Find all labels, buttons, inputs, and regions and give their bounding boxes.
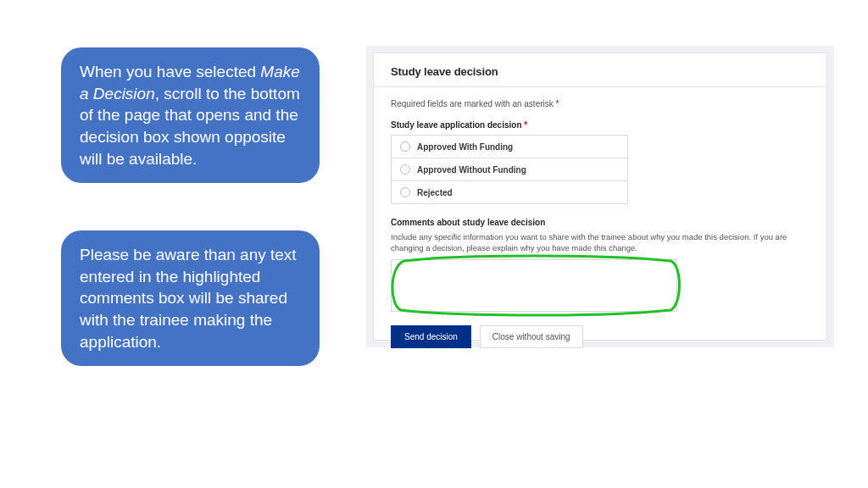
panel-background: Study leave decision Required fields are… (366, 46, 834, 347)
radio-label: Approved With Funding (417, 142, 513, 152)
panel-title: Study leave decision (391, 65, 810, 78)
radio-option-rejected[interactable]: Rejected (391, 181, 628, 204)
comments-textarea[interactable] (391, 259, 677, 312)
send-decision-button[interactable]: Send decision (391, 325, 471, 348)
radio-icon (400, 164, 410, 175)
study-leave-panel: Study leave decision Required fields are… (373, 53, 827, 341)
comments-section: Comments about study leave decision Incl… (391, 218, 810, 312)
instruction-callout-2: Please be aware than any text entered in… (61, 230, 320, 366)
button-row: Send decision Close without saving (391, 325, 810, 348)
radio-option-approved-funding[interactable]: Approved With Funding (391, 135, 628, 158)
callout-text-pre: When you have selected (80, 63, 260, 80)
radio-icon (400, 187, 410, 197)
radio-label: Approved Without Funding (417, 165, 526, 175)
panel-divider (374, 86, 826, 87)
comments-textarea-wrap (391, 259, 677, 312)
decision-radio-group: Approved With Funding Approved Without F… (391, 135, 628, 204)
close-button[interactable]: Close without saving (480, 325, 583, 348)
decision-field-label: Study leave application decision * (391, 120, 810, 130)
radio-label: Rejected (417, 188, 453, 197)
comments-label: Comments about study leave decision (391, 218, 810, 227)
required-note: Required fields are marked with an aster… (391, 99, 810, 108)
callout-text: Please be aware than any text entered in… (80, 246, 297, 351)
instruction-callout-1: When you have selected Make a Decision, … (61, 47, 320, 183)
radio-option-approved-no-funding[interactable]: Approved Without Funding (391, 158, 628, 181)
comments-help-text: Include any specific information you wan… (391, 232, 810, 254)
radio-icon (400, 141, 410, 152)
